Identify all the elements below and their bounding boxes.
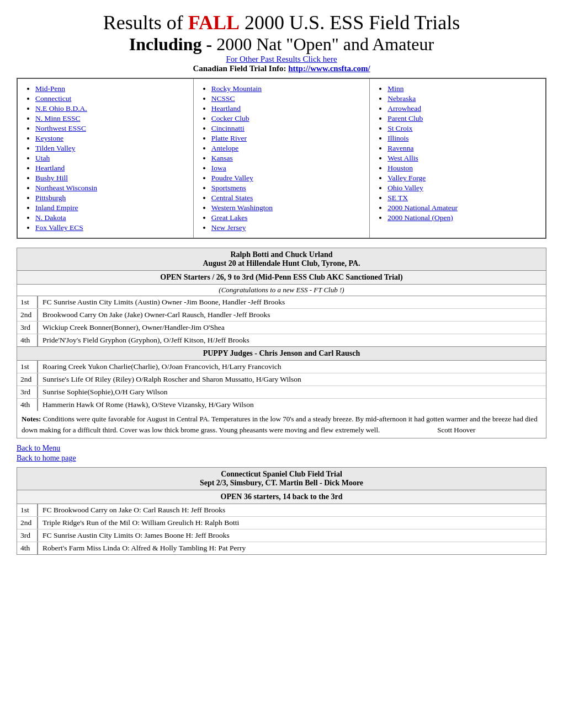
result-place: 1st bbox=[17, 504, 38, 516]
canadian-info-line: Canadian Field Trial Info: http://www.cn… bbox=[17, 64, 546, 73]
nav-link[interactable]: Heartland bbox=[35, 164, 65, 172]
nav-link[interactable]: St Croix bbox=[387, 124, 412, 132]
nav-link[interactable]: Nebraska bbox=[387, 94, 416, 103]
nav-item: Fox Valley ECS bbox=[35, 223, 187, 232]
nav-item: Rocky Mountain bbox=[211, 84, 363, 93]
nav-link[interactable]: Poudre Valley bbox=[211, 174, 253, 182]
canadian-url-link[interactable]: http://www.cnsfta.com/ bbox=[288, 64, 370, 73]
result-desc: FC Sunrise Austin City Limits O: James B… bbox=[38, 529, 546, 542]
table-row: 1stFC Sunrise Austin City Limits (Austin… bbox=[17, 296, 546, 309]
nav-link[interactable]: Western Washington bbox=[211, 204, 273, 212]
result-place: 4th bbox=[17, 399, 38, 411]
nav-item: Ravenna bbox=[387, 144, 539, 153]
nav-link[interactable]: N. Minn ESSC bbox=[35, 114, 80, 122]
nav-item: Western Washington bbox=[211, 204, 363, 212]
mid-penn-section: Ralph Botti and Chuck Urland August 20 a… bbox=[17, 248, 546, 438]
result-place: 3rd bbox=[17, 386, 38, 398]
nav-link[interactable]: Cincinnatti bbox=[211, 124, 245, 132]
nav-link[interactable]: Northwest ESSC bbox=[35, 124, 86, 132]
connecticut-section: Connecticut Spaniel Club Field Trial Sep… bbox=[17, 467, 546, 555]
nav-item: Northwest ESSC bbox=[35, 124, 187, 133]
nav-link[interactable]: Connecticut bbox=[35, 94, 71, 103]
nav-link[interactable]: Utah bbox=[35, 154, 50, 162]
nav-link[interactable]: N.E Ohio B.D.A. bbox=[35, 104, 87, 113]
navigation-table: Mid-PennConnecticutN.E Ohio B.D.A.N. Min… bbox=[17, 78, 546, 239]
nav-link[interactable]: Pittsburgh bbox=[35, 194, 66, 202]
nav-link[interactable]: Platte River bbox=[211, 134, 247, 142]
nav-item: Great Lakes bbox=[211, 213, 363, 222]
result-place: 4th bbox=[17, 542, 38, 554]
nav-link[interactable]: New Jersey bbox=[211, 223, 246, 232]
result-place: 1st bbox=[17, 296, 38, 308]
result-desc: Sunrise's Life Of Riley (Riley) O/Ralph … bbox=[38, 373, 546, 386]
back-link[interactable]: Back to home page bbox=[17, 454, 546, 463]
nav-link[interactable]: Tilden Valley bbox=[35, 144, 75, 152]
nav-link[interactable]: 2000 National (Open) bbox=[387, 213, 453, 222]
result-desc: Triple Ridge's Run of the Mil O: William… bbox=[38, 517, 546, 529]
back-links: Back to MenuBack to home page bbox=[17, 444, 546, 463]
nav-link[interactable]: Inland Empire bbox=[35, 204, 78, 212]
result-place: 2nd bbox=[17, 309, 38, 321]
result-desc: Pride'N'Joy's Field Gryphon (Gryphon), O… bbox=[38, 334, 546, 346]
nav-item: Illinois bbox=[387, 134, 539, 143]
result-place: 2nd bbox=[17, 373, 38, 386]
nav-item: Tilden Valley bbox=[35, 144, 187, 153]
table-row: 3rdFC Sunrise Austin City Limits O: Jame… bbox=[17, 529, 546, 542]
nav-link[interactable]: Ravenna bbox=[387, 144, 413, 152]
nav-item: Iowa bbox=[211, 164, 363, 173]
nav-link[interactable]: West Allis bbox=[387, 154, 418, 162]
result-desc: Wickiup Creek Bonner(Bonner), Owner/Hand… bbox=[38, 322, 546, 334]
table-row: 4thPride'N'Joy's Field Gryphon (Gryphon)… bbox=[17, 334, 546, 346]
result-place: 4th bbox=[17, 334, 38, 346]
puppy-judges-header: PUPPY Judges - Chris Jenson and Carl Rau… bbox=[17, 346, 546, 361]
nav-link[interactable]: Great Lakes bbox=[211, 213, 248, 222]
table-row: 2ndSunrise's Life Of Riley (Riley) O/Ral… bbox=[17, 373, 546, 386]
nav-link[interactable]: Sportsmens bbox=[211, 184, 246, 192]
nav-link[interactable]: Antelope bbox=[211, 144, 239, 152]
nav-link[interactable]: Houston bbox=[387, 164, 413, 172]
nav-link[interactable]: Ohio Valley bbox=[387, 184, 423, 192]
nav-link[interactable]: Kansas bbox=[211, 154, 233, 162]
nav-link[interactable]: 2000 National Amateur bbox=[387, 204, 458, 212]
nav-link[interactable]: Cocker Club bbox=[211, 114, 249, 122]
nav-link[interactable]: Rocky Mountain bbox=[211, 84, 262, 93]
nav-item: Poudre Valley bbox=[211, 174, 363, 183]
nav-link[interactable]: Illinois bbox=[387, 134, 408, 142]
nav-link[interactable]: Mid-Penn bbox=[35, 84, 65, 93]
nav-item: N.E Ohio B.D.A. bbox=[35, 104, 187, 113]
result-desc: Sunrise Sophie(Sophie),O/H Gary Wilson bbox=[38, 386, 546, 398]
nav-link[interactable]: Parent Club bbox=[387, 114, 423, 122]
back-link[interactable]: Back to Menu bbox=[17, 444, 546, 453]
nav-item: N. Dakota bbox=[35, 213, 187, 222]
nav-link[interactable]: NCSSC bbox=[211, 94, 235, 103]
nav-link[interactable]: Keystone bbox=[35, 134, 63, 142]
nav-link[interactable]: Minn bbox=[387, 84, 403, 93]
nav-item: Inland Empire bbox=[35, 204, 187, 212]
connecticut-subheader: OPEN 36 starters, 14 back to the 3rd bbox=[17, 490, 546, 504]
nav-link[interactable]: N. Dakota bbox=[35, 213, 66, 222]
nav-link[interactable]: Arrowhead bbox=[387, 104, 421, 113]
nav-link[interactable]: Heartland bbox=[211, 104, 241, 113]
nav-link[interactable]: Iowa bbox=[211, 164, 226, 172]
mid-penn-header: Ralph Botti and Chuck Urland August 20 a… bbox=[17, 248, 546, 271]
past-results-link[interactable]: For Other Past Results Click here bbox=[226, 55, 337, 63]
nav-item: Utah bbox=[35, 154, 187, 163]
nav-link[interactable]: Bushy Hill bbox=[35, 174, 68, 182]
nav-link[interactable]: Central States bbox=[211, 194, 253, 202]
nav-item: Heartland bbox=[35, 164, 187, 173]
nav-item: NCSSC bbox=[211, 94, 363, 103]
nav-item: Ohio Valley bbox=[387, 184, 539, 192]
title-line2: Including - 2000 Nat "Open" and Amateur bbox=[17, 34, 546, 55]
nav-col2: Rocky MountainNCSSCHeartlandCocker ClubC… bbox=[193, 78, 369, 238]
nav-link[interactable]: SE TX bbox=[387, 194, 408, 202]
nav-col1: Mid-PennConnecticutN.E Ohio B.D.A.N. Min… bbox=[17, 78, 193, 238]
nav-link[interactable]: Northeast Wisconsin bbox=[35, 184, 97, 192]
table-row: 4thHammerin Hawk Of Rome (Hawk), O/Steve… bbox=[17, 399, 546, 411]
table-row: 1stRoaring Creek Yukon Charlie(Charlie),… bbox=[17, 361, 546, 373]
nav-item: 2000 National Amateur bbox=[387, 204, 539, 212]
nav-item: Nebraska bbox=[387, 94, 539, 103]
nav-link[interactable]: Valley Forge bbox=[387, 174, 426, 182]
table-row: 4thRobert's Farm Miss Linda O: Alfred & … bbox=[17, 542, 546, 554]
nav-item: West Allis bbox=[387, 154, 539, 163]
nav-link[interactable]: Fox Valley ECS bbox=[35, 223, 83, 232]
